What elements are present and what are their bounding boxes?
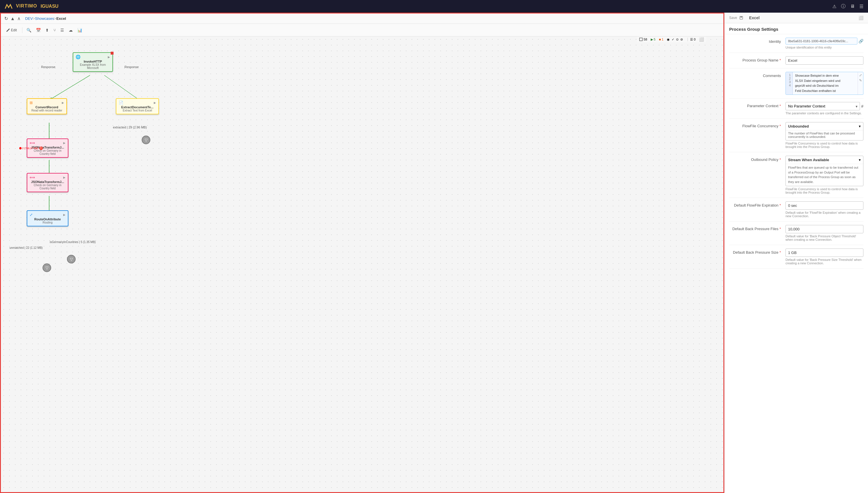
outbound-box: Stream When Available ▾ FlowFiles that a… bbox=[785, 156, 863, 186]
route-node[interactable]: ⤢ ▶ RouteOnAttribute Routing bbox=[27, 210, 68, 227]
panel-header-left: Save Excel bbox=[729, 16, 760, 20]
concurrency-header: Unbounded ▾ bbox=[786, 122, 863, 130]
settings-form: Identity 🔗 Unique identification of this… bbox=[725, 34, 868, 269]
funnel-node-right[interactable]: ▽ bbox=[67, 255, 76, 263]
logo-iguasu: IGUASU bbox=[41, 4, 58, 9]
flowfile-concurrency-label: FlowFile Concurrency bbox=[729, 122, 781, 128]
identity-input[interactable] bbox=[785, 38, 858, 45]
jsonnata1-node[interactable]: 2 (766.27 KB) ✕ ⟺ ▶ JSONataTransformJ...… bbox=[27, 138, 68, 158]
param-context-select[interactable]: No Parameter Context bbox=[785, 102, 860, 110]
jsonnata1-sublabel: Check on Germany in Country field bbox=[29, 149, 65, 155]
list-button[interactable]: ☰ bbox=[59, 27, 66, 34]
backpressure-size-value: 1 GB bbox=[785, 249, 863, 257]
stat-extra: ◉ ✓ ⊙ ⊘ bbox=[667, 38, 683, 41]
chart-button[interactable]: 📊 bbox=[76, 27, 84, 34]
extract-doc-label: ExtractDocumentTe... bbox=[119, 105, 156, 109]
refresh-button[interactable]: ↻ bbox=[3, 15, 9, 22]
maximize-canvas-button[interactable]: ⬜ bbox=[699, 37, 704, 42]
route-label: RouteOnAttribute bbox=[29, 217, 65, 221]
convert-record-label: ConvertRecord bbox=[29, 105, 64, 109]
stat-stopped: ■ 1 bbox=[659, 38, 664, 41]
invoke-http-label: InvokeHTTP bbox=[76, 60, 110, 63]
backpressure-files-row: Default Back Pressure Files 10,000 Defau… bbox=[729, 221, 863, 245]
backpressure-size-label: Default Back Pressure Size bbox=[729, 249, 781, 255]
outbound-arrow[interactable]: ▾ bbox=[859, 158, 861, 162]
param-select-wrapper: No Parameter Context ▾ bbox=[785, 102, 860, 110]
menu-icon[interactable]: ☰ bbox=[860, 4, 863, 9]
outbound-policy-label: Outbound Policy bbox=[729, 156, 781, 162]
line-numbers: 1234 bbox=[786, 72, 793, 94]
jsonnata1-error-dot bbox=[19, 147, 22, 149]
calendar-button[interactable]: 📅 bbox=[34, 27, 43, 34]
response-label-left: Response bbox=[41, 65, 56, 69]
funnel-node-bottom[interactable]: ▽ bbox=[43, 263, 51, 272]
funnel-node-extract[interactable]: ▽ bbox=[142, 135, 150, 144]
back-button[interactable]: ▲ bbox=[9, 16, 16, 22]
backpressure-size-control: 1 GB Default value for 'Back Pressure Si… bbox=[785, 249, 863, 265]
jsonnata1-error-x: ✕ bbox=[39, 147, 43, 150]
backpressure-size-row: Default Back Pressure Size 1 GB Default … bbox=[729, 245, 863, 269]
cloud-button[interactable]: ☁ bbox=[67, 27, 75, 34]
info-icon[interactable]: ⓘ bbox=[841, 3, 846, 9]
comment-line-2: XLSX Datei eingelesen wird und bbox=[795, 79, 855, 84]
concurrency-box: Unbounded ▾ The number of FlowFiles that… bbox=[785, 122, 863, 141]
breadcrumb-sep2: > bbox=[54, 16, 56, 21]
logo: VIRTIMO IGUASU bbox=[5, 3, 58, 9]
toolbar-divider1 bbox=[22, 27, 22, 33]
jsonnata2-icon: ⟺ bbox=[29, 175, 35, 179]
backpressure-files-label: Default Back Pressure Files bbox=[729, 225, 781, 231]
pgname-label: Process Group Name bbox=[729, 56, 781, 62]
jsonnata2-node[interactable]: ⟺ ▶ JSONataTransformJ... Check on German… bbox=[27, 173, 68, 192]
concurrency-desc: The number of FlowFiles that can be proc… bbox=[786, 130, 863, 140]
zoom-button[interactable]: 🔍 bbox=[25, 27, 33, 34]
jsonnata2-expand: ▶ bbox=[63, 176, 65, 179]
upload-button[interactable]: ⬆ bbox=[44, 27, 50, 34]
convert-node-expand: ▶ bbox=[62, 101, 64, 104]
hash-icon[interactable]: # bbox=[861, 104, 863, 109]
warning-icon[interactable]: ⚠ bbox=[832, 4, 837, 9]
edit-button[interactable]: Edit bbox=[4, 27, 19, 33]
main-area: ↻ ▲ ∧ DEV > Showcases > Excel Edit 🔍 📅 ⬆… bbox=[0, 13, 868, 493]
flowfile-concurrency-row: FlowFile Concurrency Unbounded ▾ The num… bbox=[729, 119, 863, 152]
flowfile-concurrency-control: Unbounded ▾ The number of FlowFiles that… bbox=[785, 122, 863, 149]
expiration-control: 0 sec Default value for 'FlowFile Expira… bbox=[785, 201, 863, 218]
route-icon: ⤢ bbox=[29, 213, 33, 217]
param-context-hint: The parameter contexts are configured in… bbox=[785, 111, 863, 115]
comments-expand-button[interactable]: ⤢ bbox=[859, 73, 862, 77]
breadcrumb-separator bbox=[23, 16, 24, 21]
panel-maximize-button[interactable]: ⬜ bbox=[859, 16, 863, 20]
convert-record-node[interactable]: ⊞ ▶ ConvertRecord Read with record reade… bbox=[27, 98, 67, 114]
breadcrumb-current: Excel bbox=[56, 16, 66, 21]
backpressure-size-hint: Default value for 'Back Pressure Size Th… bbox=[785, 258, 863, 265]
comments-text[interactable]: Showcase Beispiel in dem eine XLSX Datei… bbox=[793, 72, 858, 94]
extract-doc-node[interactable]: 📄 ▶ ExtractDocumentTe... Extract Text fr… bbox=[116, 98, 159, 114]
concurrency-arrow[interactable]: ▾ bbox=[859, 124, 861, 128]
monitor-icon[interactable]: 🖥 bbox=[850, 4, 855, 9]
outbound-title: Stream When Available bbox=[788, 158, 829, 162]
git-button[interactable]: ⑂ bbox=[52, 27, 58, 34]
comments-area: 1234 Showcase Beispiel in dem eine XLSX … bbox=[785, 72, 863, 95]
outbound-desc: FlowFiles that are queued up to be trans… bbox=[786, 164, 863, 186]
comment-line-1: Showcase Beispiel in dem eine bbox=[795, 73, 855, 79]
jsonnata1-icon: ⟺ bbox=[29, 141, 35, 145]
breadcrumb-showcases[interactable]: Showcases bbox=[35, 16, 54, 21]
svg-line-1 bbox=[50, 75, 90, 100]
node-error-indicator bbox=[111, 52, 113, 55]
breadcrumb-sep1: > bbox=[33, 16, 35, 21]
process-group-name-input[interactable] bbox=[785, 56, 863, 65]
backpressure-files-value: 10,000 bbox=[785, 225, 863, 233]
invoke-http-node[interactable]: 🌐 ▶ InvokeHTTP Example XLSX from Microso… bbox=[73, 52, 113, 72]
comment-line-4: Feld Deutschlan enthalten ist bbox=[795, 88, 855, 94]
toolbar-edit-group: Edit bbox=[3, 27, 20, 33]
logo-area: VIRTIMO IGUASU bbox=[5, 3, 58, 9]
comments-edit-button[interactable]: ✎ bbox=[859, 79, 862, 83]
up-button[interactable]: ∧ bbox=[16, 15, 22, 22]
jsonnata1-expand: ▶ bbox=[63, 141, 65, 145]
copy-identity-button[interactable]: 🔗 bbox=[859, 39, 863, 43]
param-context-control: No Parameter Context ▾ # The parameter c… bbox=[785, 102, 863, 115]
canvas-content[interactable]: Response Response 🌐 ▶ InvokeHTTP Example… bbox=[1, 37, 723, 492]
outbound-policy-control: Stream When Available ▾ FlowFiles that a… bbox=[785, 156, 863, 194]
breadcrumb-dev[interactable]: DEV bbox=[25, 16, 33, 21]
expiration-value: 0 sec bbox=[785, 201, 863, 210]
pgname-control bbox=[785, 56, 863, 65]
